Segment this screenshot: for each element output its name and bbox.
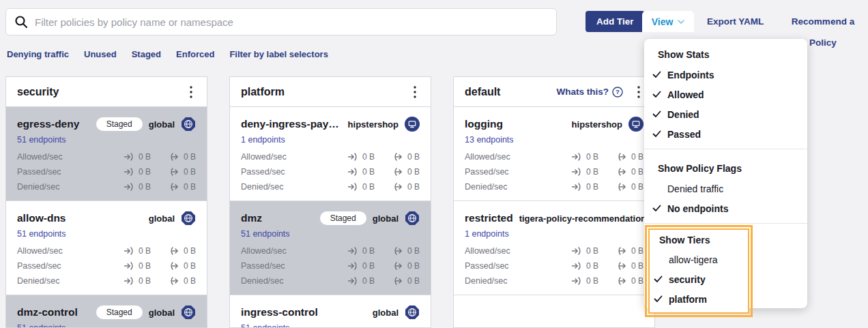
menu-item-platform[interactable]: platform xyxy=(650,289,748,309)
egress-icon xyxy=(392,153,404,161)
staged-badge: Staged xyxy=(96,117,143,131)
egress-icon xyxy=(616,153,628,161)
global-scope-icon xyxy=(405,305,420,320)
tier-title: security xyxy=(17,86,185,98)
policy-card-egress-deny[interactable]: egress-deny Staged global 51 endpoints A… xyxy=(6,107,207,201)
view-button-label: View xyxy=(652,16,674,27)
policy-card-deny-ingress-paymentservice[interactable]: deny-ingress-paymentservi... hipstershop… xyxy=(230,107,431,201)
egress-icon xyxy=(169,277,180,285)
ingress-icon xyxy=(347,168,359,176)
ingress-icon xyxy=(571,153,583,161)
tier-header: platform xyxy=(230,77,431,107)
endpoints-link[interactable]: 51 endpoints xyxy=(17,229,66,239)
ingress-icon xyxy=(347,262,359,270)
egress-icon xyxy=(169,153,180,161)
menu-item-allow-tigera[interactable]: allow-tigera xyxy=(650,250,748,269)
filter-staged[interactable]: Staged xyxy=(132,49,161,59)
tier-menu-icon[interactable] xyxy=(409,85,421,99)
add-tier-button[interactable]: Add Tier xyxy=(585,11,645,32)
ingress-icon xyxy=(124,247,135,255)
endpoints-link[interactable]: 1 endpoints xyxy=(241,135,285,145)
policy-namespace: hipstershop xyxy=(572,119,622,130)
policy-card-restricted[interactable]: restricted tigera-policy-recommendation … xyxy=(454,201,654,295)
stat-row-allowed: Allowed/sec 0 B 0 B xyxy=(17,149,196,164)
stat-row-allowed: Allowed/sec 0 B 0 B xyxy=(241,149,420,164)
endpoints-link[interactable]: 51 endpoints xyxy=(241,323,290,328)
export-yaml-button[interactable]: Export YAML xyxy=(707,11,764,32)
stat-row-allowed: Allowed/sec 0 B 0 B xyxy=(17,243,196,258)
policy-search xyxy=(5,8,557,35)
filter-unused[interactable]: Unused xyxy=(84,49,117,59)
policy-card-dmz-control[interactable]: dmz-control Staged global 51 endpoints xyxy=(6,295,207,328)
help-icon xyxy=(612,87,623,98)
endpoints-link[interactable]: 51 endpoints xyxy=(17,135,66,145)
tier-menu-icon[interactable] xyxy=(633,85,645,99)
recommend-policy-button[interactable]: Recommend a Policy xyxy=(778,11,868,32)
menu-item-security[interactable]: security xyxy=(650,269,748,289)
menu-divider xyxy=(644,149,807,149)
policy-name[interactable]: dmz-control xyxy=(17,306,90,318)
filter-denying-traffic[interactable]: Denying traffic xyxy=(7,49,69,59)
menu-item-no-endpoints[interactable]: No endpoints xyxy=(644,198,807,218)
egress-icon xyxy=(616,277,628,285)
endpoints-link[interactable]: 1 endpoints xyxy=(465,229,509,239)
ingress-icon xyxy=(347,247,359,255)
ingress-icon xyxy=(124,168,135,176)
staged-badge: Staged xyxy=(320,211,366,225)
tier-menu-icon[interactable] xyxy=(185,85,197,99)
namespace-icon xyxy=(405,117,420,132)
policy-card-ingress-control[interactable]: ingress-control global 51 endpoints xyxy=(230,295,431,328)
menu-item-endpoints[interactable]: Endpoints xyxy=(644,65,807,85)
tier-header: default Whats this? xyxy=(454,77,654,107)
egress-icon xyxy=(616,183,628,191)
menu-divider xyxy=(644,223,807,224)
menu-item-denied-traffic[interactable]: Denied traffic xyxy=(644,179,807,198)
policy-name[interactable]: restricted xyxy=(465,212,513,224)
menu-item-denied[interactable]: Denied xyxy=(644,104,807,124)
endpoints-link[interactable]: 51 endpoints xyxy=(241,229,290,239)
tier-column-default: default Whats this? logging hipstershop … xyxy=(453,76,655,328)
view-button[interactable]: View xyxy=(642,11,694,32)
egress-icon xyxy=(169,168,180,176)
check-icon xyxy=(654,275,663,283)
tier-title: platform xyxy=(241,86,409,98)
menu-section-title: Show Policy Flags xyxy=(644,154,807,179)
ingress-icon xyxy=(347,277,359,285)
policy-scope: global xyxy=(149,308,175,318)
egress-icon xyxy=(392,183,404,191)
policy-card-dmz[interactable]: dmz Staged global 51 endpoints Allowed/s… xyxy=(230,201,431,295)
stat-row-passed: Passed/sec 0 B 0 B xyxy=(17,164,196,179)
menu-item-passed[interactable]: Passed xyxy=(644,124,807,144)
view-dropdown-menu: Show Stats Endpoints Allowed Denied Pass… xyxy=(644,39,807,308)
endpoints-link[interactable]: 51 endpoints xyxy=(17,323,66,328)
policy-name[interactable]: logging xyxy=(465,118,566,130)
stat-row-denied: Denied/sec 0 B 0 B xyxy=(17,273,196,288)
policy-name[interactable]: egress-deny xyxy=(17,118,90,130)
endpoints-link[interactable]: 13 endpoints xyxy=(465,135,514,145)
egress-icon xyxy=(392,262,404,270)
global-scope-icon xyxy=(405,211,420,226)
global-scope-icon xyxy=(181,211,196,226)
policy-card-allow-dns[interactable]: allow-dns global 51 endpoints Allowed/se… xyxy=(6,201,207,295)
policy-name[interactable]: deny-ingress-paymentservi... xyxy=(241,118,342,130)
policy-card-logging[interactable]: logging hipstershop 13 endpoints Allowed… xyxy=(454,107,654,201)
stat-row-denied: Denied/sec 0 B 0 B xyxy=(465,179,643,194)
search-input[interactable] xyxy=(35,16,548,28)
staged-badge: Staged xyxy=(96,305,143,319)
policy-name[interactable]: allow-dns xyxy=(17,212,143,224)
filter-enforced[interactable]: Enforced xyxy=(176,49,214,59)
filter-label-selectors[interactable]: Filter by label selectors xyxy=(229,49,328,59)
egress-icon xyxy=(616,262,628,270)
policy-name[interactable]: dmz xyxy=(241,212,314,224)
empty-card-slot xyxy=(454,295,654,327)
egress-icon xyxy=(392,247,404,255)
ingress-icon xyxy=(571,277,583,285)
policy-scope: global xyxy=(373,213,399,224)
ingress-icon xyxy=(571,183,583,191)
stat-row-passed: Passed/sec 0 B 0 B xyxy=(241,164,420,179)
menu-item-allowed[interactable]: Allowed xyxy=(644,85,807,104)
whats-this-link[interactable]: Whats this? xyxy=(557,87,624,98)
stat-row-denied: Denied/sec 0 B 0 B xyxy=(465,273,643,288)
policy-name[interactable]: ingress-control xyxy=(241,306,366,318)
tier-header: security xyxy=(6,77,207,107)
